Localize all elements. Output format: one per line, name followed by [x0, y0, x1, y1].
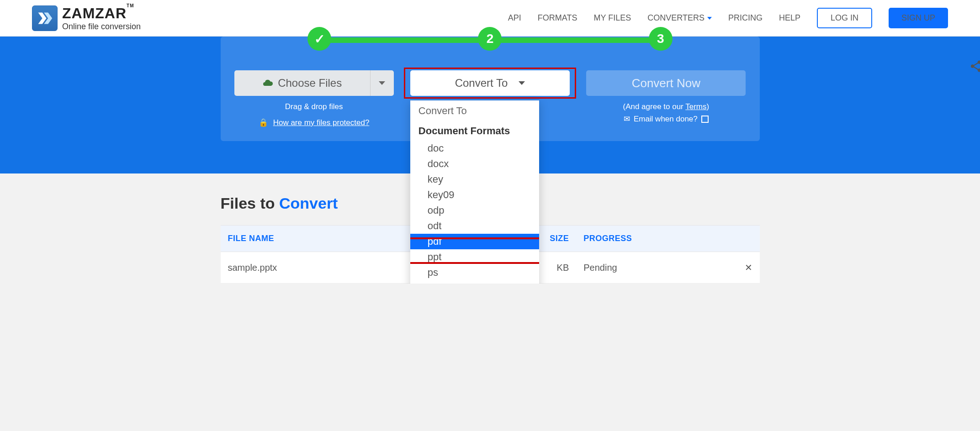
dropdown-option-key09[interactable]: key09: [410, 187, 539, 203]
col-header-progress: PROGRESS: [576, 226, 727, 252]
step-1-circle: ✓: [307, 27, 331, 51]
step-2-circle: 2: [478, 27, 502, 51]
nav-api[interactable]: API: [508, 13, 521, 23]
mail-icon: ✉: [624, 114, 630, 124]
top-nav: API FORMATS MY FILES CONVERTERS PRICING …: [508, 8, 948, 28]
dropdown-header: Convert To: [410, 100, 539, 121]
nav-pricing[interactable]: PRICING: [728, 13, 763, 23]
nav-formats[interactable]: FORMATS: [538, 13, 577, 23]
nav-converters[interactable]: CONVERTERS: [647, 13, 712, 23]
files-protected-link[interactable]: How are my files protected?: [273, 118, 370, 127]
steps-bar: ✓ 2 3: [234, 37, 746, 50]
choose-files-dropdown-toggle[interactable]: [370, 70, 394, 96]
chevron-down-icon: [519, 81, 525, 85]
convert-to-column: Convert To Convert To Document Formats d…: [410, 70, 570, 96]
dropdown-option-docx[interactable]: docx: [410, 156, 539, 172]
share-icon[interactable]: [969, 59, 980, 76]
dropdown-option-ppt[interactable]: ppt: [410, 249, 539, 265]
nav-help[interactable]: HELP: [779, 13, 800, 23]
dropdown-option-rtf[interactable]: rtf: [410, 280, 539, 284]
email-when-done-label: Email when done?: [634, 115, 698, 124]
hero-panel: ✓ 2 3 Choose Files Drag & drop files: [0, 37, 980, 173]
cloud-upload-icon: [262, 78, 273, 89]
dropdown-option-pdf[interactable]: pdf: [410, 234, 539, 249]
drag-drop-hint: Drag & drop files: [285, 102, 343, 111]
dropdown-option-key[interactable]: key: [410, 172, 539, 187]
convert-now-column: Convert Now (And agree to our Terms) ✉ E…: [586, 70, 746, 124]
remove-file-button[interactable]: ✕: [727, 252, 760, 284]
chevron-down-icon: [379, 81, 385, 85]
convert-to-select[interactable]: Convert To: [410, 70, 570, 96]
email-when-done-checkbox[interactable]: [701, 116, 709, 123]
brand-name: ZAMZARTM: [62, 5, 141, 22]
terms-line: (And agree to our Terms): [623, 102, 709, 111]
choose-files-column: Choose Files Drag & drop files 🔒 How are…: [234, 70, 394, 127]
brand-tagline: Online file conversion: [62, 22, 141, 32]
cell-progress: Pending: [576, 252, 727, 284]
step-3-circle: 3: [649, 27, 673, 51]
lock-icon: 🔒: [259, 118, 268, 127]
dropdown-option-doc[interactable]: doc: [410, 141, 539, 156]
terms-link[interactable]: Terms: [685, 102, 706, 111]
dropdown-option-odp[interactable]: odp: [410, 203, 539, 218]
logo-icon: [32, 5, 58, 31]
dropdown-option-odt[interactable]: odt: [410, 218, 539, 234]
choose-files-button[interactable]: Choose Files: [234, 70, 370, 96]
signup-button[interactable]: SIGN UP: [889, 8, 948, 28]
logo[interactable]: ZAMZARTM Online file conversion: [32, 5, 141, 32]
dropdown-group-label: Document Formats: [410, 121, 539, 141]
dropdown-option-ps[interactable]: ps: [410, 265, 539, 280]
convert-to-dropdown: Convert To Document Formats doc docx key…: [410, 100, 539, 284]
nav-myfiles[interactable]: MY FILES: [594, 13, 631, 23]
chevron-down-icon: [707, 17, 712, 20]
convert-now-button[interactable]: Convert Now: [586, 70, 746, 96]
login-button[interactable]: LOG IN: [817, 8, 872, 28]
